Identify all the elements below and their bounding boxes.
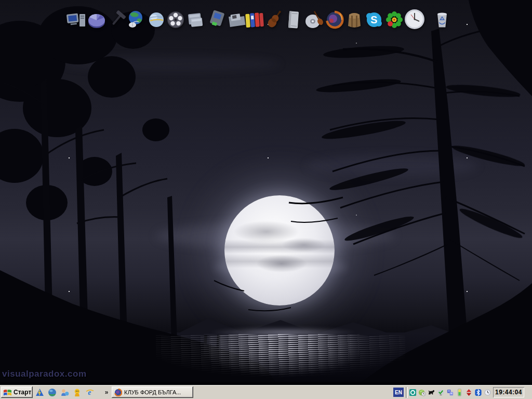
dock-office-binders-icon[interactable] [244,8,265,31]
dock-storage-drive-icon[interactable] [284,8,304,31]
desktop: visualparadox.com [0,0,532,399]
dock-violin-icon[interactable] [264,8,285,31]
tray-bluetooth-icon[interactable] [473,388,483,397]
firefox-icon [114,389,122,396]
dock-windows-folder-icon[interactable] [185,8,206,31]
dock-pie-chart-icon[interactable] [86,8,107,31]
quicklaunch-messenger-contact-icon[interactable] [58,387,71,398]
tray-battery-meter-icon[interactable] [455,388,464,397]
tray-network-cubes-icon[interactable] [445,388,455,397]
quicklaunch-globe-app-icon[interactable] [46,387,58,398]
dock-hammer-tool-icon[interactable] [107,8,127,31]
wallpaper: visualparadox.com [0,0,532,385]
system-tray [408,388,492,397]
quick-launch-bar: e [33,387,96,398]
moon-reflection [204,334,360,383]
taskbar-window-button[interactable]: КЛУБ ФОРД БЪЛГА... [112,387,193,398]
dock-leather-bag-icon[interactable] [344,8,365,31]
taskbar-window-button-label: КЛУБ ФОРД БЪЛГА... [124,389,181,395]
dock-recycle-bin-icon[interactable] [433,9,451,30]
tray-clock[interactable]: 19:44:04 [493,387,524,397]
windows-logo-icon [3,389,12,396]
start-button-label: Старт [14,389,31,396]
quicklaunch-internet-explorer-icon[interactable]: e [83,387,96,398]
dock-globe-mouse-icon[interactable] [125,8,146,31]
dock-firefox-globe-icon[interactable] [324,8,345,31]
dock-analog-clock-icon[interactable] [403,7,426,31]
dock-film-reel-icon[interactable] [165,8,186,31]
tray-red-updown-arrows-icon[interactable] [464,388,473,397]
svg-text:S: S [370,14,377,25]
dock-laptop-icon[interactable] [207,8,228,31]
tray-teal-ring-app-icon[interactable] [408,388,417,397]
quicklaunch-overflow-chevron[interactable]: » [102,388,111,397]
quicklaunch-pyramid-app-icon[interactable] [33,387,46,398]
dock-globe-icon[interactable] [146,8,167,31]
dock-cd-guitar-icon[interactable] [304,8,325,31]
dock-skype-icon[interactable]: S [364,8,384,31]
start-button[interactable]: Старт [1,387,33,398]
tray-green-clock-app-icon[interactable] [417,388,427,397]
taskbar: Старт e » КЛУБ ФОРД БЪЛГА... EN [0,385,532,399]
tray-wristwatch-icon[interactable] [483,388,492,397]
quicklaunch-yellow-character-icon[interactable] [71,387,83,398]
wallpaper-watermark: visualparadox.com [2,369,87,379]
dock: S [0,0,532,36]
language-indicator[interactable]: EN [393,388,404,397]
dock-my-computer-icon[interactable] [66,8,87,31]
tray-black-dog-icon[interactable] [427,388,436,397]
tray-green-check-monitor-icon[interactable] [436,388,445,397]
dock-icq-flower-icon[interactable] [384,8,405,31]
